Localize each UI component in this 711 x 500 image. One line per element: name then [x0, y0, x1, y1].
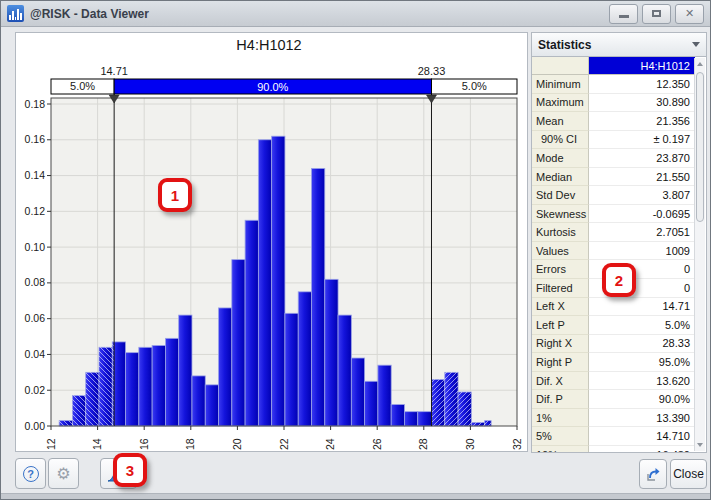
stat-row: Values1009: [532, 242, 695, 261]
title-bar[interactable]: @RISK - Data Viewer ✕: [1, 1, 710, 27]
statistics-dropdown[interactable]: Statistics: [532, 33, 706, 57]
stat-label: 1%: [532, 409, 589, 428]
middle-band-pct: 90.0%: [257, 81, 288, 93]
maximize-button[interactable]: [642, 4, 671, 24]
stat-value: 90.0%: [589, 390, 695, 409]
stat-value: 21.550: [589, 168, 695, 187]
stat-value: 21.356: [589, 112, 695, 131]
stat-value: 13.620: [589, 372, 695, 391]
stat-label: Minimum: [532, 75, 589, 94]
stat-row: Kurtosis2.7051: [532, 223, 695, 242]
y-tick-label: 0.18: [25, 98, 46, 110]
stat-value: 16.480: [589, 446, 695, 452]
stat-value: 1009: [589, 242, 695, 261]
close-button[interactable]: Close: [670, 459, 707, 489]
stat-label: Dif. X: [532, 372, 589, 391]
gear-icon: ⚙: [56, 466, 70, 482]
stat-label: 5%: [532, 427, 589, 446]
statistics-panel: Statistics H4:H1012 Minimum12.350Maximum…: [531, 32, 707, 453]
x-tick-label: 30: [464, 438, 476, 450]
close-window-button[interactable]: ✕: [675, 4, 704, 24]
stat-row: 90% CI± 0.197: [532, 131, 695, 150]
x-tick-label: 26: [371, 438, 383, 450]
stat-value: ± 0.197: [589, 131, 695, 150]
histogram-bar: [378, 365, 391, 426]
stat-label: Skewness: [532, 205, 589, 224]
stat-value: 3.807: [589, 186, 695, 205]
x-tick-label: 28: [417, 438, 429, 450]
help-icon: ?: [23, 466, 39, 482]
stat-row: Median21.550: [532, 168, 695, 187]
minimize-button[interactable]: [609, 4, 638, 24]
stat-row: Right X28.33: [532, 335, 695, 354]
histogram-bar: [338, 315, 351, 426]
data-viewer-window: @RISK - Data Viewer ✕ H4:H10125.0%90.0%5…: [0, 0, 711, 500]
stat-label: Values: [532, 242, 589, 261]
stat-value: 2.7051: [589, 223, 695, 242]
stat-row: Skewness-0.0695: [532, 205, 695, 224]
scroll-down-icon[interactable]: [696, 441, 704, 449]
stat-label: 90% CI: [532, 131, 589, 150]
scrollbar-thumb[interactable]: [696, 72, 704, 222]
close-icon: ✕: [685, 8, 694, 19]
maximize-icon: [652, 10, 661, 17]
stat-label: Mean: [532, 112, 589, 131]
export-icon: [645, 466, 662, 483]
callout-badge-3: 3: [113, 453, 147, 487]
y-tick-label: 0.10: [25, 241, 46, 253]
histogram-bar: [152, 346, 165, 427]
stat-label: 10%: [532, 446, 589, 452]
stat-label: Std Dev: [532, 186, 589, 205]
histogram-bar: [391, 405, 404, 426]
chart-title: H4:H1012: [236, 37, 301, 53]
risk-app-icon: [7, 5, 24, 22]
stat-label: Dif. P: [532, 390, 589, 409]
stat-label: Median: [532, 168, 589, 187]
histogram-bar: [298, 292, 311, 426]
stat-row: 1%13.390: [532, 409, 695, 428]
stat-label: Left P: [532, 316, 589, 335]
histogram-bar: [311, 168, 324, 426]
histogram-chart: H4:H10125.0%90.0%5.0%14.7128.330.000.020…: [16, 33, 527, 451]
histogram-bar: [165, 338, 178, 426]
scroll-up-icon[interactable]: [696, 60, 704, 68]
stat-value: 30.890: [589, 94, 695, 113]
histogram-chart-panel: H4:H10125.0%90.0%5.0%14.7128.330.000.020…: [15, 32, 528, 452]
histogram-bar: [126, 353, 139, 426]
y-tick-label: 0.00: [25, 420, 46, 432]
y-tick-label: 0.02: [25, 384, 46, 396]
x-tick-label: 12: [45, 438, 57, 450]
stat-value: -0.0695: [589, 205, 695, 224]
histogram-bar: [325, 279, 338, 426]
histogram-bar: [272, 136, 285, 426]
stat-value: 14.710: [589, 427, 695, 446]
settings-button[interactable]: ⚙: [48, 458, 79, 489]
stat-value: 28.33: [589, 335, 695, 354]
statistics-dropdown-label: Statistics: [538, 38, 591, 52]
histogram-bar: [404, 412, 417, 426]
callout-badge-2: 2: [602, 263, 636, 297]
y-tick-label: 0.06: [25, 312, 46, 324]
statistics-column-header: H4:H1012: [532, 57, 695, 75]
callout-badge-1: 1: [158, 178, 192, 212]
histogram-bar: [232, 260, 245, 426]
stat-label: Errors: [532, 260, 589, 279]
left-delimiter-value: 14.71: [100, 65, 128, 77]
chevron-down-icon: [692, 42, 700, 47]
stat-value: 12.350: [589, 75, 695, 94]
histogram-bar: [139, 347, 152, 426]
y-tick-label: 0.04: [25, 348, 46, 360]
histogram-bar: [179, 315, 192, 426]
stat-label: Filtered: [532, 279, 589, 298]
right-band-pct: 5.0%: [462, 80, 487, 92]
stats-scrollbar[interactable]: [694, 58, 705, 451]
help-button[interactable]: ?: [15, 458, 46, 489]
series-header-cell: H4:H1012: [589, 57, 695, 74]
stat-row: Left X14.71: [532, 298, 695, 317]
histogram-bar: [192, 376, 205, 426]
stat-row: 10%16.480: [532, 446, 695, 452]
stat-label: Mode: [532, 149, 589, 168]
stat-label: Maximum: [532, 94, 589, 113]
export-button[interactable]: [639, 459, 667, 489]
histogram-bar: [245, 220, 258, 426]
